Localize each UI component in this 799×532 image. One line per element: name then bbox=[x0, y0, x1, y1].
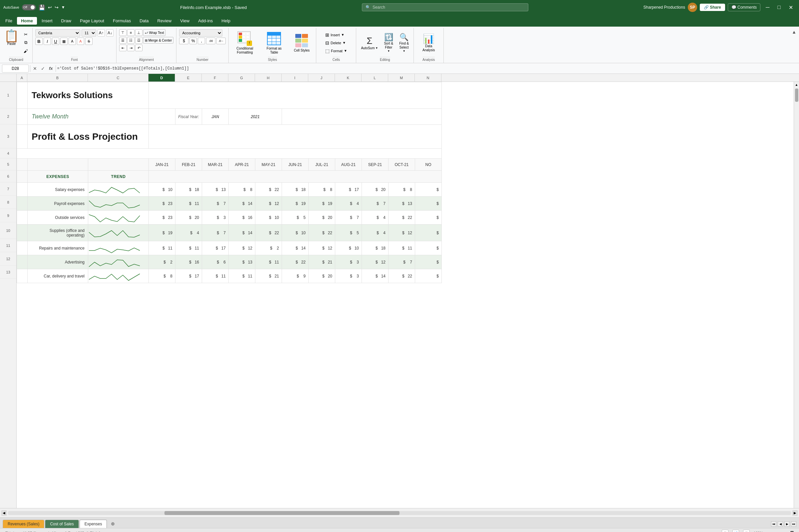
cell-h9[interactable]: $ 10 bbox=[255, 211, 282, 225]
number-format-select[interactable]: Accounting General Number Currency bbox=[179, 29, 222, 37]
comments-button[interactable]: 💬 Comments bbox=[728, 3, 760, 11]
menu-view[interactable]: View bbox=[176, 17, 193, 25]
delete-button[interactable]: ⊟ Delete▼ bbox=[323, 40, 349, 46]
cell-a4[interactable] bbox=[17, 149, 442, 159]
menu-review[interactable]: Review bbox=[153, 17, 176, 25]
cell-k12[interactable]: $ 3 bbox=[335, 255, 362, 269]
cell-a10[interactable] bbox=[17, 225, 27, 241]
cell-e9[interactable]: $ 20 bbox=[175, 211, 202, 225]
tab-cost-of-sales[interactable]: Cost of Sales bbox=[45, 520, 78, 528]
cell-styles-button[interactable]: Cell Styles bbox=[290, 32, 313, 54]
normal-view-button[interactable]: ⊞ bbox=[722, 530, 728, 532]
cell-f12[interactable]: $ 6 bbox=[202, 255, 229, 269]
cell-i8[interactable]: $ 19 bbox=[282, 197, 309, 211]
confirm-formula-icon[interactable]: ✓ bbox=[40, 65, 46, 72]
cell-g11[interactable]: $ 12 bbox=[229, 241, 255, 255]
cell-n13[interactable]: $ bbox=[415, 269, 442, 283]
col-header-c[interactable]: C bbox=[88, 74, 148, 81]
scroll-left-arrow[interactable]: ◀ bbox=[1, 510, 7, 516]
dollar-sign-button[interactable]: $ bbox=[179, 38, 188, 44]
menu-formulas[interactable]: Formulas bbox=[109, 17, 135, 25]
ribbon-collapse-button[interactable]: ▲ bbox=[792, 29, 796, 35]
cell-a11[interactable] bbox=[17, 241, 27, 255]
cell-a1[interactable] bbox=[17, 82, 27, 109]
cell-d10[interactable]: $ 19 bbox=[149, 225, 175, 241]
cell-b3[interactable]: Profit & Loss Projection bbox=[27, 125, 149, 149]
format-button[interactable]: ⬚ Format▼ bbox=[323, 48, 349, 54]
redo-icon[interactable]: ↪ bbox=[55, 5, 59, 10]
cell-j8[interactable]: $ 19 bbox=[309, 197, 335, 211]
minimize-button[interactable]: ─ bbox=[763, 4, 772, 11]
search-input[interactable] bbox=[373, 5, 525, 10]
cell-n8[interactable]: $ bbox=[415, 197, 442, 211]
cell-l7[interactable]: $ 20 bbox=[362, 183, 389, 197]
search-box[interactable]: 🔍 bbox=[362, 3, 528, 11]
cell-g13[interactable]: $ 11 bbox=[229, 269, 255, 283]
cell-b9[interactable]: Outside services bbox=[27, 211, 88, 225]
cell-d2[interactable] bbox=[149, 109, 175, 125]
row-num-12[interactable]: 12 bbox=[0, 252, 16, 266]
cell-e7[interactable]: $ 18 bbox=[175, 183, 202, 197]
align-left-button[interactable]: ☰ bbox=[119, 37, 127, 43]
cell-f9[interactable]: $ 3 bbox=[202, 211, 229, 225]
increase-decimal-button[interactable]: .00 bbox=[206, 38, 216, 44]
align-top-button[interactable]: ⊤ bbox=[119, 29, 127, 36]
cell-h5[interactable]: MAY-21 bbox=[255, 159, 282, 171]
format-painter-button[interactable]: 🖌 bbox=[22, 47, 30, 55]
cell-m11[interactable]: $ 11 bbox=[389, 241, 415, 255]
cell-m12[interactable]: $ 7 bbox=[389, 255, 415, 269]
cell-f10[interactable]: $ 7 bbox=[202, 225, 229, 241]
col-header-j[interactable]: J bbox=[308, 74, 335, 81]
cell-g12[interactable]: $ 13 bbox=[229, 255, 255, 269]
col-header-f[interactable]: F bbox=[202, 74, 228, 81]
col-header-a[interactable]: A bbox=[17, 74, 27, 81]
cell-l13[interactable]: $ 14 bbox=[362, 269, 389, 283]
cell-k7[interactable]: $ 17 bbox=[335, 183, 362, 197]
align-right-button[interactable]: ☲ bbox=[135, 37, 143, 43]
align-middle-button[interactable]: ≡ bbox=[127, 29, 134, 36]
paste-button[interactable]: 📋 Paste bbox=[3, 29, 20, 46]
cell-c5[interactable] bbox=[88, 159, 149, 171]
cell-k13[interactable]: $ 3 bbox=[335, 269, 362, 283]
format-as-table-button[interactable]: Format asTable bbox=[261, 30, 287, 56]
cell-k11[interactable]: $ 10 bbox=[335, 241, 362, 255]
cell-d5[interactable]: JAN-21 bbox=[149, 159, 175, 171]
cell-l9[interactable]: $ 4 bbox=[362, 211, 389, 225]
col-header-l[interactable]: L bbox=[361, 74, 388, 81]
scrollbar-right[interactable]: ▲ bbox=[794, 82, 799, 508]
cell-i10[interactable]: $ 10 bbox=[282, 225, 309, 241]
cell-i7[interactable]: $ 18 bbox=[282, 183, 309, 197]
indent-decrease-button[interactable]: ⇤ bbox=[119, 44, 127, 51]
share-button[interactable]: 🔗 Share bbox=[700, 4, 725, 11]
col-header-n[interactable]: N bbox=[415, 74, 442, 81]
cell-reference-box[interactable] bbox=[2, 64, 29, 73]
row-num-1[interactable]: 1 bbox=[0, 82, 16, 109]
cell-f11[interactable]: $ 17 bbox=[202, 241, 229, 255]
cell-m13[interactable]: $ 22 bbox=[389, 269, 415, 283]
cell-g9[interactable]: $ 16 bbox=[229, 211, 255, 225]
cell-a13[interactable] bbox=[17, 269, 27, 283]
cell-f5[interactable]: MAR-21 bbox=[202, 159, 229, 171]
cell-a3[interactable] bbox=[17, 125, 27, 149]
cell-d9[interactable]: $ 23 bbox=[149, 211, 175, 225]
cell-b2[interactable]: Twelve Month bbox=[27, 109, 149, 125]
row-num-11[interactable]: 11 bbox=[0, 239, 16, 252]
cell-a9[interactable] bbox=[17, 211, 27, 225]
menu-help[interactable]: Help bbox=[217, 17, 235, 25]
restore-button[interactable]: □ bbox=[775, 4, 783, 11]
menu-draw[interactable]: Draw bbox=[57, 17, 75, 25]
cell-m9[interactable]: $ 22 bbox=[389, 211, 415, 225]
fill-color-button[interactable]: A bbox=[69, 38, 76, 45]
user-avatar[interactable]: SP bbox=[688, 3, 697, 12]
cell-c6[interactable]: TREND bbox=[88, 171, 149, 183]
cell-a7[interactable] bbox=[17, 183, 27, 197]
comma-button[interactable]: , bbox=[198, 38, 205, 44]
cell-m8[interactable]: $ 13 bbox=[389, 197, 415, 211]
cell-i13[interactable]: $ 9 bbox=[282, 269, 309, 283]
tab-revenues[interactable]: Revenues (Sales) bbox=[3, 520, 44, 528]
cell-j5[interactable]: JUL-21 bbox=[309, 159, 335, 171]
cell-j7[interactable]: $ 8 bbox=[309, 183, 335, 197]
font-color-button[interactable]: A bbox=[77, 38, 84, 45]
cell-a8[interactable] bbox=[17, 197, 27, 211]
nav-prev-button[interactable]: ◀ bbox=[778, 521, 783, 527]
